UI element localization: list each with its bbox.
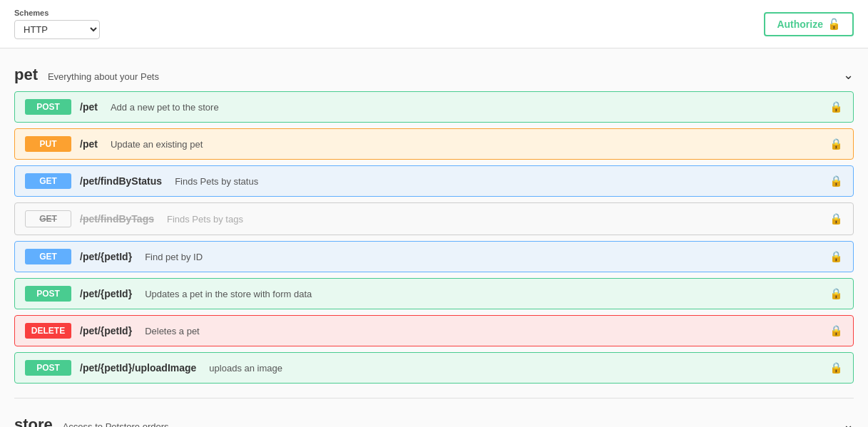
endpoint-path: /pet: [80, 101, 98, 113]
chevron-down-icon: ⌄: [843, 417, 854, 427]
lock-icon: 🔓: [827, 18, 841, 31]
method-badge-get: GET: [25, 173, 71, 189]
main-content: pet Everything about your Pets ⌄ POST /p…: [0, 48, 868, 427]
lock-icon: 🔒: [829, 101, 843, 113]
endpoint-path-deprecated: /pet/findByTags: [80, 213, 154, 225]
endpoint-row-get-petid[interactable]: GET /pet/{petId} Find pet by ID 🔒: [14, 241, 854, 272]
schemes-select[interactable]: HTTP HTTPS: [14, 20, 100, 39]
endpoint-summary: Add a new pet to the store: [111, 102, 219, 113]
lock-icon: 🔒: [829, 175, 843, 187]
method-badge-put: PUT: [25, 136, 71, 152]
top-bar: Schemes HTTP HTTPS Authorize 🔓: [0, 0, 868, 48]
schemes-label: Schemes: [14, 9, 100, 17]
endpoint-list-pet: POST /pet Add a new pet to the store 🔒 P…: [14, 91, 854, 384]
authorize-button[interactable]: Authorize 🔓: [764, 12, 854, 36]
endpoint-row-post-pet[interactable]: POST /pet Add a new pet to the store 🔒: [14, 91, 854, 123]
method-badge-post: POST: [25, 286, 71, 302]
lock-icon: 🔒: [829, 138, 843, 150]
endpoint-path: /pet/{petId}/uploadImage: [80, 362, 196, 374]
section-pet-title: pet: [14, 66, 38, 83]
endpoint-row-post-uploadimage[interactable]: POST /pet/{petId}/uploadImage uploads an…: [14, 352, 854, 384]
endpoint-summary-deprecated: Finds Pets by tags: [167, 214, 243, 225]
endpoint-summary: Finds Pets by status: [175, 176, 258, 187]
endpoint-path: /pet/{petId}: [80, 288, 132, 299]
method-badge-delete: DELETE: [25, 323, 71, 339]
section-store-description: Access to Petstore orders: [63, 421, 169, 427]
endpoint-summary: uploads an image: [209, 363, 282, 374]
lock-icon: 🔒: [829, 212, 843, 225]
endpoint-path: /pet/findByStatus: [80, 175, 162, 187]
divider: [14, 398, 854, 398]
section-pet[interactable]: pet Everything about your Pets ⌄: [14, 56, 854, 91]
endpoint-path: /pet/{petId}: [80, 251, 132, 262]
method-badge-get-deprecated: GET: [25, 210, 71, 227]
endpoint-row-get-findbytags-deprecated[interactable]: GET /pet/findByTags Finds Pets by tags 🔒: [14, 202, 854, 235]
endpoint-row-get-findbystatus[interactable]: GET /pet/findByStatus Finds Pets by stat…: [14, 165, 854, 197]
section-store[interactable]: store Access to Petstore orders ⌄: [14, 406, 854, 427]
chevron-down-icon: ⌄: [843, 67, 854, 83]
endpoint-summary: Find pet by ID: [145, 252, 203, 262]
lock-icon: 🔒: [829, 324, 843, 337]
endpoint-summary: Deletes a pet: [145, 326, 200, 336]
method-badge-post: POST: [25, 99, 71, 115]
method-badge-get: GET: [25, 249, 71, 264]
lock-icon: 🔒: [829, 361, 843, 374]
endpoint-summary: Updates a pet in the store with form dat…: [145, 289, 312, 299]
endpoint-row-put-pet[interactable]: PUT /pet Update an existing pet 🔒: [14, 128, 854, 160]
endpoint-path: /pet: [80, 138, 98, 150]
endpoint-path: /pet/{petId}: [80, 325, 132, 336]
method-badge-post: POST: [25, 360, 71, 376]
endpoint-row-post-petid[interactable]: POST /pet/{petId} Updates a pet in the s…: [14, 278, 854, 309]
schemes-section: Schemes HTTP HTTPS: [14, 9, 100, 39]
lock-icon: 🔒: [829, 287, 843, 300]
section-pet-description: Everything about your Pets: [48, 71, 159, 82]
section-store-title: store: [14, 416, 53, 427]
lock-icon: 🔒: [829, 250, 843, 263]
endpoint-row-delete-petid[interactable]: DELETE /pet/{petId} Deletes a pet 🔒: [14, 315, 854, 346]
authorize-label: Authorize: [777, 19, 823, 30]
endpoint-summary: Update an existing pet: [111, 139, 203, 150]
